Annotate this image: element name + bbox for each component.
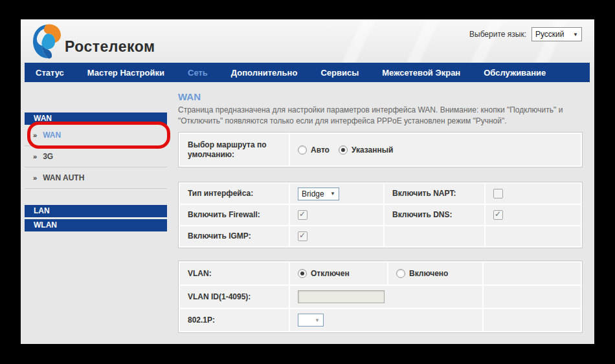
firewall-label: Включить Firewall: (180, 205, 289, 225)
nav-item-status[interactable]: Статус (36, 68, 64, 78)
radio-auto[interactable] (298, 145, 307, 155)
sidebar-item-label: WAN (43, 131, 61, 140)
nav-item-firewall[interactable]: Межсетевой Экран (382, 68, 460, 78)
igmp-label: Включить IGMP: (180, 226, 289, 246)
dns-checkbox[interactable] (493, 210, 503, 220)
sidebar-section-wlan[interactable]: WLAN (25, 219, 167, 231)
napt-label: Включить NAPT: (385, 184, 484, 204)
chevron-right-icon: » (33, 174, 37, 182)
main-content: WAN Страница предназначена для настройки… (178, 91, 583, 333)
interface-type-label: Тип интерфейса: (180, 184, 289, 204)
chevron-right-icon: » (33, 153, 37, 160)
sidebar-item-wan-auth[interactable]: » WAN AUTH (25, 167, 167, 189)
vlan-label: VLAN: (180, 262, 289, 284)
empty-cell (484, 309, 581, 331)
radio-vlan-on-label: Включено (409, 269, 448, 278)
language-label: Выберите язык: (469, 30, 526, 39)
empty-cell (486, 226, 581, 246)
firewall-cell (290, 205, 383, 225)
sidebar-section-wan[interactable]: WAN (25, 112, 167, 125)
sidebar-item-label: WAN AUTH (43, 173, 84, 182)
router-admin-page: Ростелеком Выберите язык: Русский ▼ Стат… (21, 19, 594, 344)
nav-item-network[interactable]: Сеть (188, 68, 208, 78)
logo-text: Ростелеком (65, 38, 155, 59)
sidebar-section-lan[interactable]: LAN (25, 205, 167, 217)
interface-settings-box: Тип интерфейса: Bridge ▼ Включить NAPT: … (178, 182, 583, 248)
language-area: Выберите язык: Русский ▼ (469, 27, 582, 41)
vlan-enabled-cell: Включено (388, 262, 482, 284)
interface-type-value: Bridge (302, 189, 324, 198)
vlan-settings-box: VLAN: Отключен Включено VLAN ID(1-4095):… (178, 261, 583, 333)
sidebar-spacer (25, 82, 167, 112)
8021p-select[interactable]: ▼ (298, 314, 324, 327)
vlan-id-cell (290, 286, 482, 308)
main-nav: Статус Мастер Настройки Сеть Дополнитель… (25, 63, 590, 82)
interface-type-select[interactable]: Bridge ▼ (298, 187, 339, 200)
language-selected-value: Русский (535, 30, 565, 39)
vlan-disabled-cell: Отключен (290, 262, 387, 284)
radio-option-vlan-off[interactable]: Отключен (298, 269, 350, 278)
top-header: Ростелеком Выберите язык: Русский ▼ (21, 19, 594, 63)
radio-option-specified[interactable]: Указанный (339, 145, 393, 155)
rostelecom-swirl-icon (31, 23, 63, 59)
vlan-id-input[interactable] (298, 290, 385, 303)
nav-item-wizard[interactable]: Мастер Настройки (87, 68, 164, 78)
chevron-down-icon: ▼ (330, 191, 335, 197)
firewall-checkbox[interactable] (298, 210, 308, 220)
chevron-down-icon: ▼ (573, 32, 578, 37)
sidebar: WAN » WAN » 3G » WAN AUTH LAN WLAN (25, 82, 167, 231)
route-selection-box: Выбор маршрута по умолчанию: Авто Указан… (178, 132, 583, 167)
8021p-cell: ▼ (290, 309, 482, 331)
napt-checkbox[interactable] (493, 189, 503, 198)
sidebar-item-3g[interactable]: » 3G (25, 146, 167, 167)
route-options-cell: Авто Указанный (290, 134, 581, 166)
radio-vlan-on[interactable] (396, 269, 405, 278)
page-description: Страница предназначена для настройки пар… (178, 105, 583, 127)
8021p-label: 802.1P: (180, 309, 289, 331)
radio-option-auto[interactable]: Авто (298, 145, 330, 155)
sidebar-item-label: 3G (43, 152, 53, 161)
chevron-right-icon: » (33, 131, 37, 139)
igmp-cell (290, 226, 383, 246)
sidebar-spacer (25, 189, 167, 205)
vlan-id-label: VLAN ID(1-4095): (180, 286, 289, 308)
radio-auto-label: Авто (311, 145, 330, 155)
sidebar-item-wan[interactable]: » WAN (25, 125, 167, 146)
dns-label: Включить DNS: (385, 205, 484, 225)
empty-cell (385, 226, 484, 246)
radio-specified-label: Указанный (352, 145, 393, 155)
nav-item-advanced[interactable]: Дополнительно (231, 68, 298, 78)
radio-vlan-off-label: Отключен (311, 269, 350, 278)
route-label: Выбор маршрута по умолчанию: (180, 134, 289, 166)
radio-specified[interactable] (339, 145, 348, 155)
rostelecom-logo: Ростелеком (31, 23, 155, 59)
nav-item-maintenance[interactable]: Обслуживание (484, 68, 546, 78)
radio-vlan-off[interactable] (298, 269, 307, 278)
igmp-checkbox[interactable] (298, 231, 308, 241)
page-title: WAN (178, 91, 583, 102)
chevron-down-icon: ▼ (315, 317, 320, 323)
interface-type-cell: Bridge ▼ (290, 184, 383, 204)
nav-item-services[interactable]: Сервисы (320, 68, 359, 78)
dns-cell (486, 205, 581, 225)
language-select[interactable]: Русский ▼ (531, 27, 582, 41)
empty-cell (484, 286, 581, 308)
empty-cell (484, 262, 581, 284)
napt-cell (486, 184, 581, 204)
radio-option-vlan-on[interactable]: Включено (396, 269, 448, 278)
